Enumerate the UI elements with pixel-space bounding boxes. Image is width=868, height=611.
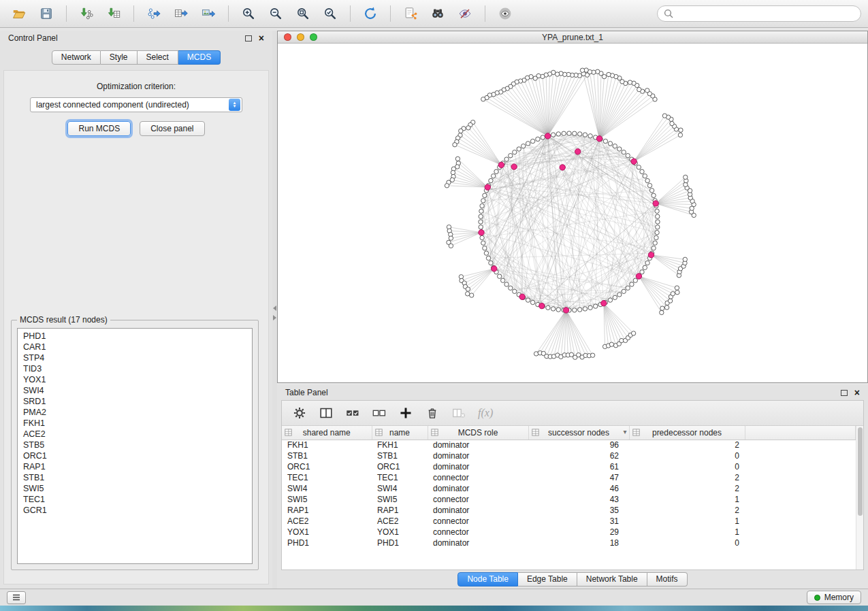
table-cell: 2 [629, 472, 745, 483]
search-input[interactable] [677, 8, 854, 19]
unselect-all-button[interactable] [372, 406, 387, 420]
close-window-icon[interactable] [284, 33, 291, 41]
tab-network[interactable]: Network [52, 50, 101, 65]
import-table-button[interactable] [101, 3, 126, 24]
add-button[interactable] [398, 406, 413, 420]
run-mcds-button[interactable]: Run MCDS [67, 121, 131, 136]
result-node-item[interactable]: TEC1 [18, 494, 252, 505]
column-header-shared-name[interactable]: shared name [282, 426, 372, 440]
delete-button[interactable] [425, 406, 440, 420]
result-node-item[interactable]: SWI4 [18, 385, 252, 396]
tab-style[interactable]: Style [101, 50, 138, 65]
binoculars-button[interactable] [425, 3, 450, 24]
column-header-predecessor-nodes[interactable]: predecessor nodes [629, 426, 745, 440]
network-canvas[interactable] [278, 44, 867, 382]
import-network-button[interactable] [74, 3, 99, 24]
result-node-item[interactable]: STP4 [18, 352, 252, 363]
import-network-icon [79, 6, 94, 21]
columns-button[interactable] [319, 406, 334, 420]
result-node-item[interactable]: CAR1 [18, 342, 252, 352]
zoom-in-button[interactable] [236, 3, 261, 24]
column-header-successor-nodes[interactable]: successor nodes▾ [528, 426, 629, 440]
tab-network-table[interactable]: Network Table [577, 572, 647, 587]
table-scrollbar-thumb[interactable] [858, 427, 863, 516]
table-row[interactable]: FKH1FKH1dominator962 [282, 440, 856, 450]
task-history-button[interactable] [7, 591, 26, 604]
table-row[interactable]: STB1STB1dominator620 [282, 450, 856, 461]
tab-select[interactable]: Select [138, 50, 178, 65]
memory-button[interactable]: Memory [807, 591, 861, 604]
table-scrollbar[interactable] [856, 426, 863, 569]
result-node-item[interactable]: TID3 [18, 363, 252, 374]
result-node-item[interactable]: PMA2 [18, 407, 252, 418]
table-row[interactable]: SWI5SWI5connector431 [282, 494, 856, 505]
result-node-item[interactable]: GCR1 [18, 505, 252, 516]
result-node-item[interactable]: STB5 [18, 440, 252, 450]
column-options-icon [375, 429, 383, 437]
save-button[interactable] [34, 3, 59, 24]
document-network-button[interactable] [398, 3, 423, 24]
search-box[interactable] [657, 5, 861, 22]
criterion-select[interactable]: largest connected component (undirected)… [30, 97, 242, 112]
result-node-item[interactable]: ORC1 [18, 450, 252, 461]
table-row[interactable]: ORC1ORC1dominator610 [282, 461, 856, 472]
close-table-panel-icon[interactable]: × [854, 389, 860, 397]
zoom-fit-button[interactable] [291, 3, 315, 24]
result-node-item[interactable]: RAP1 [18, 461, 252, 472]
minimize-window-icon[interactable] [297, 33, 304, 41]
export-image-button[interactable] [196, 3, 221, 24]
gear-button[interactable] [292, 406, 307, 420]
import-table-icon [106, 6, 121, 21]
hide-details-button[interactable] [453, 3, 477, 24]
export-network-button[interactable] [142, 3, 166, 24]
maximize-window-icon[interactable] [310, 33, 317, 41]
close-panel-icon[interactable]: × [259, 34, 264, 42]
export-network-icon [146, 6, 161, 21]
column-header-MCDS-role[interactable]: MCDS role [428, 426, 528, 440]
node-table: shared namenameMCDS rolesuccessor nodes▾… [282, 426, 856, 548]
table-row[interactable]: PHD1PHD1dominator180 [282, 538, 856, 548]
result-node-item[interactable]: STB1 [18, 472, 252, 483]
splitter-collapse-left-icon[interactable] [273, 306, 276, 311]
table-cell: PHD1 [372, 538, 428, 548]
splitter-collapse-right-icon[interactable] [273, 315, 276, 320]
table-cell: 47 [528, 472, 629, 483]
eye-button[interactable] [493, 3, 517, 24]
panel-splitter[interactable] [272, 31, 277, 589]
table-cell: 1 [629, 516, 745, 527]
refresh-button[interactable] [358, 3, 383, 24]
select-all-button[interactable] [345, 406, 360, 420]
table-row[interactable]: YOX1YOX1connector291 [282, 527, 856, 538]
network-window: YPA_prune.txt_1 [277, 31, 868, 383]
table-row[interactable]: ACE2ACE2connector311 [282, 516, 856, 527]
delete-column-button[interactable] [451, 406, 466, 420]
open-folder-button[interactable] [7, 3, 31, 24]
column-header-name[interactable]: name [372, 426, 428, 440]
table-cell: 46 [528, 483, 629, 494]
close-panel-button[interactable]: Close panel [140, 121, 204, 136]
result-node-item[interactable]: PHD1 [18, 331, 252, 342]
result-node-item[interactable]: SWI5 [18, 483, 252, 494]
mcds-result-list[interactable]: PHD1CAR1STP4TID3YOX1SWI4SRD1PMA2FKH1ACE2… [17, 328, 253, 564]
table-row[interactable]: SWI4SWI4dominator462 [282, 483, 856, 494]
zoom-out-button[interactable] [263, 3, 288, 24]
result-node-item[interactable]: ACE2 [18, 429, 252, 440]
float-panel-icon[interactable] [245, 35, 252, 42]
zoom-selected-button[interactable] [318, 3, 342, 24]
tab-mcds[interactable]: MCDS [178, 50, 221, 65]
tab-edge-table[interactable]: Edge Table [518, 572, 577, 587]
result-node-item[interactable]: FKH1 [18, 418, 252, 429]
delete-column-icon [451, 406, 466, 420]
export-table-button[interactable] [169, 3, 193, 24]
tab-motifs[interactable]: Motifs [647, 572, 688, 587]
sort-arrow-icon[interactable]: ▾ [623, 428, 626, 435]
tab-node-table[interactable]: Node Table [457, 572, 518, 587]
table-row[interactable]: TEC1TEC1connector472 [282, 472, 856, 483]
result-node-item[interactable]: SRD1 [18, 396, 252, 407]
table-row[interactable]: RAP1RAP1dominator352 [282, 505, 856, 516]
float-table-panel-icon[interactable] [841, 390, 848, 396]
fx-button[interactable]: f(x) [478, 407, 493, 419]
result-node-item[interactable]: YOX1 [18, 374, 252, 385]
network-window-title: YPA_prune.txt_1 [278, 33, 867, 42]
network-window-titlebar[interactable]: YPA_prune.txt_1 [278, 31, 867, 44]
